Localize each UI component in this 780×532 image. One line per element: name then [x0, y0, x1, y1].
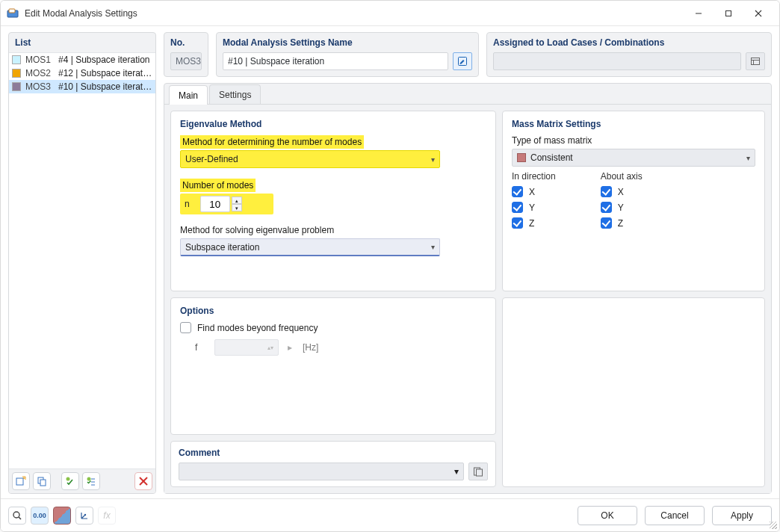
mass-type-label: Type of mass matrix [512, 135, 755, 146]
direction-header: In direction [512, 171, 556, 182]
resize-grip[interactable] [770, 522, 777, 529]
cancel-button[interactable]: Cancel [645, 506, 705, 525]
svg-line-21 [19, 517, 21, 519]
list[interactable]: MOS1 #4 | Subspace iteration MOS2 #12 | … [9, 52, 155, 468]
chevron-down-icon: ▾ [454, 466, 459, 477]
no-label: No. [170, 37, 202, 48]
num-modes-field: n ▴ ▾ [180, 194, 273, 214]
assign-input[interactable] [493, 52, 741, 70]
options-section: Options Find modes beyond frequency f ▴▾ [170, 297, 496, 435]
svg-rect-6 [16, 478, 23, 485]
assign-browse-button[interactable] [746, 52, 765, 70]
edit-name-button[interactable] [453, 52, 472, 70]
titlebar: Edit Modal Analysis Settings [1, 1, 779, 26]
axis-y-label: Y [618, 202, 624, 213]
comment-section: Comment ▾ [170, 441, 496, 487]
find-modes-checkbox-row: Find modes beyond frequency [180, 322, 486, 333]
comment-browse-button[interactable] [468, 463, 488, 480]
new-item-button[interactable] [12, 472, 30, 490]
mass-title: Mass Matrix Settings [512, 119, 755, 129]
tab-settings[interactable]: Settings [209, 84, 261, 104]
precision-button[interactable]: 0.00 [31, 507, 49, 525]
list-desc: #4 | Subspace iteration [58, 55, 152, 65]
list-item[interactable]: MOS1 #4 | Subspace iteration [9, 53, 155, 66]
mass-type-select[interactable]: Consistent ▾ [512, 149, 755, 167]
axis-y-checkbox[interactable] [601, 202, 612, 213]
tabs-card: Main Settings Eigenvalue Method Method f… [164, 83, 772, 494]
solve-select[interactable]: Subspace iteration ▾ [180, 238, 440, 256]
svg-point-10 [66, 477, 70, 481]
dir-z-checkbox[interactable] [512, 217, 523, 229]
list-item[interactable]: MOS3 #10 | Subspace iteration [9, 80, 155, 93]
search-button[interactable] [8, 507, 26, 525]
dir-y-checkbox[interactable] [512, 202, 523, 213]
footer: 0.00 fx OK Cancel Apply [1, 498, 779, 531]
mass-section: Mass Matrix Settings Type of mass matrix… [502, 111, 765, 291]
dir-x-checkbox[interactable] [512, 186, 523, 197]
f-arrow-icon: ▸ [288, 342, 292, 353]
tab-main[interactable]: Main [169, 85, 208, 105]
ok-button[interactable]: OK [578, 506, 637, 525]
list-item[interactable]: MOS2 #12 | Subspace iteration [9, 66, 155, 80]
empty-panel [502, 297, 765, 487]
svg-point-11 [87, 477, 91, 481]
n-input[interactable] [200, 196, 230, 212]
app-icon [7, 7, 19, 19]
assign-label: Assigned to Load Cases / Combinations [493, 37, 765, 48]
color-toggle-button[interactable] [53, 507, 71, 525]
maximize-button[interactable] [714, 1, 743, 26]
dir-z-label: Z [529, 218, 534, 229]
axis-header: About axis [601, 171, 643, 182]
list-code: MOS2 [25, 68, 54, 78]
axes-button[interactable] [75, 507, 93, 525]
method-label: Method for determining the number of mod… [180, 135, 364, 149]
dir-x-label: X [529, 187, 535, 197]
list-swatch [12, 82, 21, 91]
hz-label: [Hz] [303, 342, 318, 353]
check-all-button[interactable] [82, 472, 100, 490]
list-panel: List MOS1 #4 | Subspace iteration MOS2 #… [8, 32, 156, 494]
list-desc: #12 | Subspace iteration [58, 68, 152, 78]
axis-z-checkbox[interactable] [601, 217, 612, 229]
f-input: ▴▾ [214, 339, 279, 356]
method-select[interactable]: User-Defined ▾ [180, 150, 440, 168]
close-button[interactable] [743, 1, 773, 26]
list-desc: #10 | Subspace iteration [58, 81, 152, 92]
mass-swatch [517, 153, 526, 162]
eigen-title: Eigenvalue Method [180, 119, 486, 129]
include-button[interactable] [61, 472, 79, 490]
comment-label: Comment [179, 448, 488, 458]
chevron-down-icon: ▾ [746, 154, 750, 162]
svg-rect-1 [9, 9, 15, 13]
svg-point-22 [84, 513, 86, 515]
svg-rect-3 [726, 10, 731, 16]
name-input[interactable]: #10 | Subspace iteration [223, 52, 448, 70]
axis-x-label: X [618, 187, 624, 197]
tab-strip: Main Settings [164, 84, 771, 105]
svg-point-20 [13, 512, 19, 518]
f-label: f [195, 342, 208, 353]
mass-type-value: Consistent [530, 152, 573, 163]
no-value: MOS3 [170, 52, 202, 70]
minimize-button[interactable] [684, 1, 714, 26]
fx-button: fx [98, 507, 116, 525]
no-card: No. MOS3 [164, 32, 208, 77]
delete-item-button[interactable] [134, 472, 152, 490]
svg-point-7 [23, 477, 25, 479]
find-modes-checkbox[interactable] [180, 322, 191, 333]
n-step-up[interactable]: ▴ [232, 197, 242, 204]
n-label: n [185, 199, 190, 209]
apply-button[interactable]: Apply [712, 506, 772, 525]
n-step-down[interactable]: ▾ [232, 204, 242, 211]
find-modes-label: Find modes beyond frequency [197, 323, 318, 333]
axis-z-label: Z [618, 218, 623, 229]
list-code: MOS3 [25, 81, 54, 92]
svg-rect-15 [752, 58, 760, 65]
num-modes-label: Number of modes [180, 179, 256, 192]
eigen-section: Eigenvalue Method Method for determining… [170, 111, 496, 291]
comment-select[interactable]: ▾ [179, 463, 464, 480]
axis-x-checkbox[interactable] [601, 186, 612, 197]
assign-card: Assigned to Load Cases / Combinations [486, 32, 772, 77]
copy-item-button[interactable] [33, 472, 51, 490]
list-swatch [12, 55, 21, 64]
